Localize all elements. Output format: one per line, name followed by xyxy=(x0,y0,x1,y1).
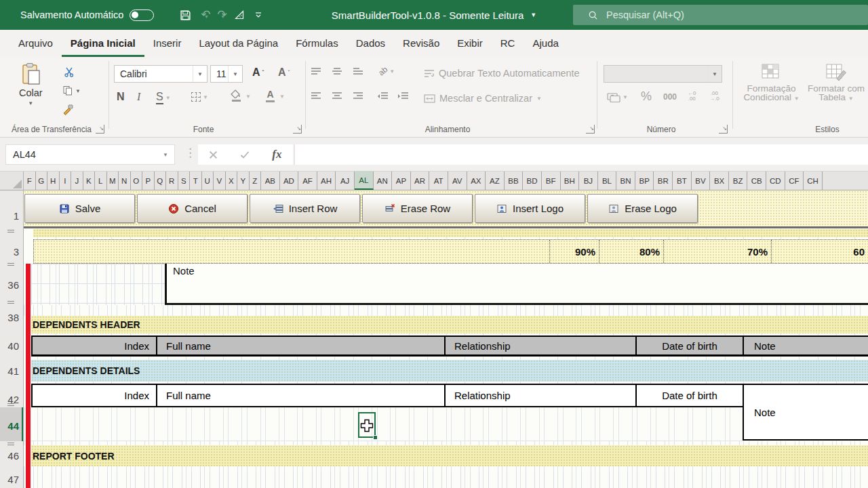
column-header-R[interactable]: R xyxy=(166,171,178,190)
undo-button[interactable]: ↶▾ xyxy=(201,9,208,21)
note-box-cell[interactable]: Note xyxy=(165,264,868,305)
column-header-Q[interactable]: Q xyxy=(155,171,167,190)
align-center-button[interactable] xyxy=(332,92,342,100)
percent-style-button[interactable]: % xyxy=(641,89,652,104)
tab-exibir[interactable]: Exibir xyxy=(448,30,492,57)
column-header-AP[interactable]: AP xyxy=(392,171,411,190)
column-header-AH[interactable]: AH xyxy=(317,171,336,190)
align-right-button[interactable] xyxy=(353,92,363,100)
pen-ruler-button[interactable] xyxy=(234,9,245,20)
align-top-button[interactable] xyxy=(311,68,321,76)
column-header-AB[interactable]: AB xyxy=(261,171,280,190)
row-header-40[interactable]: 40 xyxy=(7,340,19,352)
selected-cell-AL44[interactable] xyxy=(358,412,376,438)
wrap-text-button[interactable]: Quebrar Texto Automaticamente xyxy=(424,68,580,79)
decrease-indent-button[interactable] xyxy=(377,92,389,100)
tab-inserir[interactable]: Inserir xyxy=(144,30,191,57)
column-header-U[interactable]: U xyxy=(202,171,214,190)
sheet-grid[interactable]: Salve Cancel Insert Row Erase Row Insert… xyxy=(0,190,868,488)
column-header-AV[interactable]: AV xyxy=(448,171,467,190)
align-bottom-button[interactable] xyxy=(353,68,363,76)
column-header-AL[interactable]: AL xyxy=(355,171,374,190)
column-header-BH[interactable]: BH xyxy=(561,171,580,190)
percent-cell-70[interactable]: 70% xyxy=(663,240,771,263)
decrease-decimal-button[interactable]: .00 →.0 xyxy=(709,91,719,102)
row-header-3[interactable]: 3 xyxy=(14,246,19,258)
column-header-BN[interactable]: BN xyxy=(616,171,635,190)
clipboard-dialog-launcher[interactable]: ↘ xyxy=(96,125,104,134)
row-header-42[interactable]: 42 xyxy=(7,394,19,405)
fill-color-button[interactable] xyxy=(231,89,241,102)
column-header-J[interactable]: J xyxy=(71,171,83,190)
column-header-AR[interactable]: AR xyxy=(411,171,430,190)
column-header-I[interactable]: I xyxy=(60,171,72,190)
row-47-cells[interactable] xyxy=(24,471,868,488)
column-header-V[interactable]: V xyxy=(214,171,226,190)
search-box[interactable]: Pesquisar (Alt+Q) xyxy=(573,5,868,25)
quick-access-options-button[interactable] xyxy=(254,11,262,19)
mini-grid-cells[interactable] xyxy=(31,264,165,305)
column-header-CB[interactable]: CB xyxy=(747,171,766,190)
column-header-L[interactable]: L xyxy=(95,171,107,190)
format-painter-button[interactable] xyxy=(62,104,74,115)
font-color-button[interactable]: A xyxy=(266,89,275,102)
header-cell-index[interactable]: Index xyxy=(33,337,156,354)
cancel-entry-icon[interactable] xyxy=(209,150,218,159)
column-header-P[interactable]: P xyxy=(142,171,155,190)
tab-revisao[interactable]: Revisão xyxy=(394,30,448,57)
percent-cell-80[interactable]: 80% xyxy=(599,240,663,263)
report-footer-band[interactable]: REPORT FOOTER xyxy=(31,445,868,466)
cut-button[interactable] xyxy=(64,66,75,77)
conditional-formatting-button[interactable]: Formatação Condicional ▼ xyxy=(743,64,800,101)
column-header-AJ[interactable]: AJ xyxy=(336,171,355,190)
details-cell-dob[interactable]: Date of birth xyxy=(635,385,743,406)
column-header-G[interactable]: G xyxy=(36,171,48,190)
name-box[interactable]: AL44 ▼ xyxy=(5,144,175,165)
header-cell-relationship[interactable]: Relationship xyxy=(444,337,635,354)
erase-row-button[interactable]: Erase Row xyxy=(362,194,473,223)
title-chevron-icon[interactable]: ▼ xyxy=(530,12,536,18)
font-dialog-launcher[interactable]: ↘ xyxy=(293,125,302,134)
column-header-AZ[interactable]: AZ xyxy=(486,171,505,190)
column-header-T[interactable]: T xyxy=(190,171,202,190)
orientation-button[interactable]: ab▼ xyxy=(378,66,395,76)
column-header-BJ[interactable]: BJ xyxy=(579,171,598,190)
paste-button[interactable]: Colar ▼ xyxy=(19,62,43,106)
column-header-BF[interactable]: BF xyxy=(542,171,561,190)
tab-formulas[interactable]: Fórmulas xyxy=(287,30,347,57)
column-header-AT[interactable]: AT xyxy=(429,171,448,190)
column-header-M[interactable]: M xyxy=(107,171,119,190)
underline-button[interactable]: S▼ xyxy=(156,91,171,104)
header-cell-note[interactable]: Note xyxy=(743,337,868,354)
font-size-combo[interactable]: 11 ▼ xyxy=(210,65,243,83)
column-header-Z[interactable]: Z xyxy=(250,171,262,190)
increase-decimal-button[interactable]: ←0 .00 xyxy=(688,91,696,102)
row-header-47[interactable]: 47 xyxy=(7,474,19,485)
column-header-BZ[interactable]: BZ xyxy=(729,171,748,190)
column-header-BB[interactable]: BB xyxy=(505,171,524,190)
header-cell-fullname[interactable]: Full name xyxy=(156,337,444,354)
dependents-details-band[interactable]: DEPENDENTS DETAILS xyxy=(31,360,868,382)
column-header-AF[interactable]: AF xyxy=(298,171,317,190)
borders-button[interactable]: ▼ xyxy=(191,92,208,102)
column-header-BT[interactable]: BT xyxy=(673,171,692,190)
percent-cell-90[interactable]: 90% xyxy=(549,240,599,263)
column-header-AD[interactable]: AD xyxy=(280,171,299,190)
column-header-F[interactable]: F xyxy=(24,171,36,190)
dependents-header-band[interactable]: DEPENDENTS HEADER xyxy=(31,316,868,333)
copy-button[interactable]: ▼ xyxy=(62,85,81,96)
tab-arquivo[interactable]: Arquivo xyxy=(9,30,62,57)
row-header-41[interactable]: 41 xyxy=(7,365,19,377)
column-header-S[interactable]: S xyxy=(178,171,191,190)
row-header-36[interactable]: 36 xyxy=(7,279,19,291)
merge-center-button[interactable]: Mesclar e Centralizar ▼ xyxy=(424,93,542,104)
align-left-button[interactable] xyxy=(311,92,321,100)
column-header-BP[interactable]: BP xyxy=(635,171,654,190)
alignment-dialog-launcher[interactable]: ↘ xyxy=(586,125,595,134)
row-44-cells[interactable] xyxy=(24,407,743,441)
details-cell-relationship[interactable]: Relationship xyxy=(444,385,635,406)
column-header-X[interactable]: X xyxy=(226,171,238,190)
select-all-corner[interactable] xyxy=(0,171,24,190)
row-header-1[interactable]: 1 xyxy=(14,210,19,222)
details-cell-index[interactable]: Index xyxy=(33,385,156,406)
